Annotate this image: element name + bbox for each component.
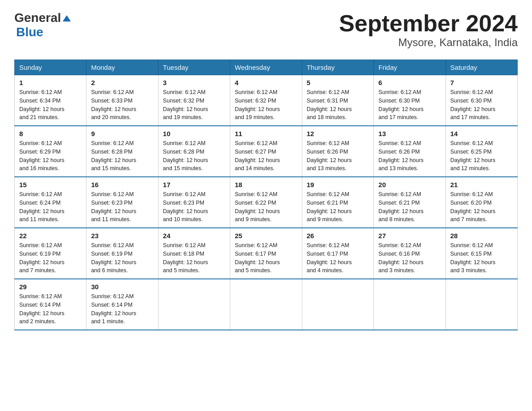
calendar-cell: 1Sunrise: 6:12 AMSunset: 6:34 PMDaylight… bbox=[15, 75, 86, 126]
day-info: Sunrise: 6:12 AMSunset: 6:22 PMDaylight:… bbox=[235, 190, 297, 224]
calendar-cell bbox=[446, 279, 517, 330]
day-number: 14 bbox=[450, 130, 513, 137]
calendar-cell: 15Sunrise: 6:12 AMSunset: 6:24 PMDayligh… bbox=[15, 177, 86, 228]
calendar-header-saturday: Saturday bbox=[446, 60, 517, 75]
calendar-cell: 25Sunrise: 6:12 AMSunset: 6:17 PMDayligh… bbox=[230, 228, 302, 279]
day-number: 15 bbox=[19, 181, 82, 188]
day-info: Sunrise: 6:12 AMSunset: 6:32 PMDaylight:… bbox=[235, 88, 297, 122]
calendar-cell: 22Sunrise: 6:12 AMSunset: 6:19 PMDayligh… bbox=[15, 228, 86, 279]
calendar-cell: 27Sunrise: 6:12 AMSunset: 6:16 PMDayligh… bbox=[374, 228, 446, 279]
calendar-cell: 24Sunrise: 6:12 AMSunset: 6:18 PMDayligh… bbox=[158, 228, 230, 279]
day-info: Sunrise: 6:12 AMSunset: 6:18 PMDaylight:… bbox=[163, 241, 225, 275]
day-info: Sunrise: 6:12 AMSunset: 6:31 PMDaylight:… bbox=[307, 88, 369, 122]
day-number: 17 bbox=[163, 181, 225, 188]
day-info: Sunrise: 6:12 AMSunset: 6:14 PMDaylight:… bbox=[91, 292, 153, 326]
day-number: 13 bbox=[378, 130, 441, 137]
day-info: Sunrise: 6:12 AMSunset: 6:26 PMDaylight:… bbox=[378, 139, 441, 173]
calendar-week-5: 29Sunrise: 6:12 AMSunset: 6:14 PMDayligh… bbox=[15, 279, 518, 330]
calendar-cell: 19Sunrise: 6:12 AMSunset: 6:21 PMDayligh… bbox=[302, 177, 373, 228]
day-number: 26 bbox=[307, 232, 369, 240]
day-number: 7 bbox=[450, 79, 513, 86]
calendar-cell: 2Sunrise: 6:12 AMSunset: 6:33 PMDaylight… bbox=[86, 75, 158, 126]
calendar-cell: 14Sunrise: 6:12 AMSunset: 6:25 PMDayligh… bbox=[446, 126, 517, 177]
logo-general-text: General bbox=[14, 11, 61, 25]
calendar-cell: 17Sunrise: 6:12 AMSunset: 6:23 PMDayligh… bbox=[158, 177, 230, 228]
calendar-cell bbox=[302, 279, 373, 330]
page-header: General Blue September 2024 Mysore, Karn… bbox=[14, 11, 518, 49]
day-number: 3 bbox=[163, 79, 225, 86]
calendar-cell: 7Sunrise: 6:12 AMSunset: 6:30 PMDaylight… bbox=[446, 75, 517, 126]
day-number: 25 bbox=[235, 232, 297, 240]
svg-marker-0 bbox=[63, 15, 71, 21]
calendar-header: SundayMondayTuesdayWednesdayThursdayFrid… bbox=[15, 60, 518, 75]
calendar-header-tuesday: Tuesday bbox=[158, 60, 230, 75]
calendar-cell: 6Sunrise: 6:12 AMSunset: 6:30 PMDaylight… bbox=[374, 75, 446, 126]
day-info: Sunrise: 6:12 AMSunset: 6:19 PMDaylight:… bbox=[91, 241, 153, 275]
day-number: 2 bbox=[91, 79, 153, 86]
day-info: Sunrise: 6:12 AMSunset: 6:32 PMDaylight:… bbox=[163, 88, 225, 122]
calendar-cell: 9Sunrise: 6:12 AMSunset: 6:28 PMDaylight… bbox=[86, 126, 158, 177]
day-number: 27 bbox=[378, 232, 441, 240]
calendar-cell bbox=[230, 279, 302, 330]
day-info: Sunrise: 6:12 AMSunset: 6:30 PMDaylight:… bbox=[450, 88, 513, 122]
day-number: 9 bbox=[91, 130, 153, 137]
day-info: Sunrise: 6:12 AMSunset: 6:30 PMDaylight:… bbox=[378, 88, 441, 122]
day-number: 19 bbox=[307, 181, 369, 188]
calendar-cell: 21Sunrise: 6:12 AMSunset: 6:20 PMDayligh… bbox=[446, 177, 517, 228]
day-info: Sunrise: 6:12 AMSunset: 6:23 PMDaylight:… bbox=[163, 190, 225, 224]
day-number: 20 bbox=[378, 181, 441, 188]
day-info: Sunrise: 6:12 AMSunset: 6:28 PMDaylight:… bbox=[91, 139, 153, 173]
day-info: Sunrise: 6:12 AMSunset: 6:17 PMDaylight:… bbox=[307, 241, 369, 275]
day-number: 18 bbox=[235, 181, 297, 188]
calendar-cell: 3Sunrise: 6:12 AMSunset: 6:32 PMDaylight… bbox=[158, 75, 230, 126]
day-number: 10 bbox=[163, 130, 225, 137]
day-info: Sunrise: 6:12 AMSunset: 6:21 PMDaylight:… bbox=[378, 190, 441, 224]
calendar-cell: 30Sunrise: 6:12 AMSunset: 6:14 PMDayligh… bbox=[86, 279, 158, 330]
calendar-table: SundayMondayTuesdayWednesdayThursdayFrid… bbox=[14, 60, 518, 330]
day-number: 21 bbox=[450, 181, 513, 188]
day-number: 29 bbox=[19, 283, 82, 291]
logo-triangle-icon bbox=[62, 13, 72, 23]
calendar-cell: 18Sunrise: 6:12 AMSunset: 6:22 PMDayligh… bbox=[230, 177, 302, 228]
calendar-header-thursday: Thursday bbox=[302, 60, 373, 75]
day-number: 16 bbox=[91, 181, 153, 188]
page-title: September 2024 bbox=[339, 11, 518, 36]
calendar-cell: 20Sunrise: 6:12 AMSunset: 6:21 PMDayligh… bbox=[374, 177, 446, 228]
calendar-week-1: 1Sunrise: 6:12 AMSunset: 6:34 PMDaylight… bbox=[15, 75, 518, 126]
day-info: Sunrise: 6:12 AMSunset: 6:26 PMDaylight:… bbox=[307, 139, 369, 173]
day-info: Sunrise: 6:12 AMSunset: 6:29 PMDaylight:… bbox=[19, 139, 82, 173]
day-info: Sunrise: 6:12 AMSunset: 6:20 PMDaylight:… bbox=[450, 190, 513, 224]
logo: General Blue bbox=[14, 11, 72, 39]
calendar-cell: 10Sunrise: 6:12 AMSunset: 6:28 PMDayligh… bbox=[158, 126, 230, 177]
calendar-header-row: SundayMondayTuesdayWednesdayThursdayFrid… bbox=[15, 60, 518, 75]
calendar-cell bbox=[158, 279, 230, 330]
calendar-cell: 13Sunrise: 6:12 AMSunset: 6:26 PMDayligh… bbox=[374, 126, 446, 177]
calendar-header-friday: Friday bbox=[374, 60, 446, 75]
day-number: 30 bbox=[91, 283, 153, 291]
page-subtitle: Mysore, Karnataka, India bbox=[339, 36, 518, 49]
calendar-header-wednesday: Wednesday bbox=[230, 60, 302, 75]
calendar-cell: 26Sunrise: 6:12 AMSunset: 6:17 PMDayligh… bbox=[302, 228, 373, 279]
day-number: 22 bbox=[19, 232, 82, 240]
day-info: Sunrise: 6:12 AMSunset: 6:19 PMDaylight:… bbox=[19, 241, 82, 275]
calendar-cell bbox=[374, 279, 446, 330]
calendar-header-monday: Monday bbox=[86, 60, 158, 75]
day-number: 24 bbox=[163, 232, 225, 240]
day-info: Sunrise: 6:12 AMSunset: 6:16 PMDaylight:… bbox=[378, 241, 441, 275]
calendar-cell: 16Sunrise: 6:12 AMSunset: 6:23 PMDayligh… bbox=[86, 177, 158, 228]
day-info: Sunrise: 6:12 AMSunset: 6:23 PMDaylight:… bbox=[91, 190, 153, 224]
day-info: Sunrise: 6:12 AMSunset: 6:15 PMDaylight:… bbox=[450, 241, 513, 275]
calendar-cell: 23Sunrise: 6:12 AMSunset: 6:19 PMDayligh… bbox=[86, 228, 158, 279]
day-info: Sunrise: 6:12 AMSunset: 6:17 PMDaylight:… bbox=[235, 241, 297, 275]
day-number: 8 bbox=[19, 130, 82, 137]
calendar-week-3: 15Sunrise: 6:12 AMSunset: 6:24 PMDayligh… bbox=[15, 177, 518, 228]
day-info: Sunrise: 6:12 AMSunset: 6:34 PMDaylight:… bbox=[19, 88, 82, 122]
calendar-cell: 12Sunrise: 6:12 AMSunset: 6:26 PMDayligh… bbox=[302, 126, 373, 177]
day-number: 4 bbox=[235, 79, 297, 86]
calendar-week-2: 8Sunrise: 6:12 AMSunset: 6:29 PMDaylight… bbox=[15, 126, 518, 177]
day-info: Sunrise: 6:12 AMSunset: 6:24 PMDaylight:… bbox=[19, 190, 82, 224]
calendar-cell: 4Sunrise: 6:12 AMSunset: 6:32 PMDaylight… bbox=[230, 75, 302, 126]
day-number: 23 bbox=[91, 232, 153, 240]
day-info: Sunrise: 6:12 AMSunset: 6:27 PMDaylight:… bbox=[235, 139, 297, 173]
day-number: 6 bbox=[378, 79, 441, 86]
